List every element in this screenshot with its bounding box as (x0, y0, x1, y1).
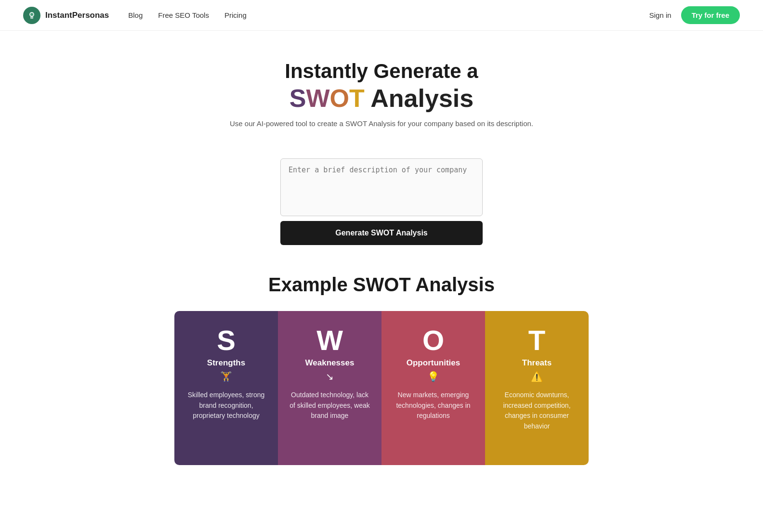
hero-title-rest: Analysis (365, 84, 474, 112)
swot-card-w: W Weaknesses ↘ Outdated technology, lack… (278, 311, 382, 465)
svg-point-2 (30, 13, 33, 16)
card-label-s: Strengths (207, 358, 245, 368)
nav-left: InstantPersonas Blog Free SEO Tools Pric… (23, 7, 247, 24)
navbar: InstantPersonas Blog Free SEO Tools Pric… (0, 0, 763, 31)
card-icon-t: ⚠️ (531, 371, 543, 382)
card-text-o: New markets, emerging technologies, chan… (391, 390, 475, 421)
sign-in-link[interactable]: Sign in (649, 11, 671, 19)
example-section: Example SWOT Analysis S Strengths 🏋 Skil… (0, 245, 763, 465)
swot-letter-t: T (349, 84, 365, 112)
card-text-t: Economic downturns, increased competitio… (495, 390, 579, 432)
swot-letter-s: S (289, 84, 306, 112)
try-free-button[interactable]: Try for free (681, 6, 740, 24)
swot-card-o: O Opportunities 💡 New markets, emerging … (382, 311, 485, 465)
hero-title-line1: Instantly Generate a (10, 60, 753, 83)
card-label-w: Weaknesses (305, 358, 355, 368)
swot-letter-o: O (330, 84, 349, 112)
generate-swot-button[interactable]: Generate SWOT Analysis (280, 221, 483, 245)
nav-seo-tools[interactable]: Free SEO Tools (158, 11, 209, 19)
card-letter-s: S (217, 326, 236, 354)
card-label-t: Threats (522, 358, 552, 368)
company-description-input[interactable] (280, 158, 483, 216)
card-text-s: Skilled employees, strong brand recognit… (184, 390, 268, 421)
card-letter-t: T (528, 326, 545, 354)
hero-section: Instantly Generate a SWOT Analysis Use o… (0, 31, 763, 147)
hero-subtitle: Use our AI-powered tool to create a SWOT… (10, 119, 753, 128)
swot-card-t: T Threats ⚠️ Economic downturns, increas… (485, 311, 589, 465)
card-text-w: Outdated technology, lack of skilled emp… (288, 390, 372, 421)
card-label-o: Opportunities (407, 358, 460, 368)
hero-title-line2: SWOT Analysis (10, 84, 753, 113)
swot-cards: S Strengths 🏋 Skilled employees, strong … (10, 311, 753, 465)
logo[interactable]: InstantPersonas (23, 7, 109, 24)
nav-right: Sign in Try for free (649, 6, 740, 24)
card-icon-s: 🏋 (220, 371, 232, 382)
logo-icon (23, 7, 40, 24)
swot-letter-w: W (306, 84, 329, 112)
logo-text: InstantPersonas (45, 11, 109, 20)
example-title: Example SWOT Analysis (10, 274, 753, 296)
nav-pricing[interactable]: Pricing (224, 11, 247, 19)
svg-rect-3 (30, 16, 33, 19)
form-section: Generate SWOT Analysis (0, 158, 763, 245)
card-letter-w: W (316, 326, 343, 354)
card-letter-o: O (422, 326, 444, 354)
nav-links: Blog Free SEO Tools Pricing (128, 11, 247, 19)
card-icon-o: 💡 (427, 371, 439, 382)
card-icon-w: ↘ (326, 371, 334, 382)
swot-card-s: S Strengths 🏋 Skilled employees, strong … (174, 311, 278, 465)
nav-blog[interactable]: Blog (128, 11, 143, 19)
